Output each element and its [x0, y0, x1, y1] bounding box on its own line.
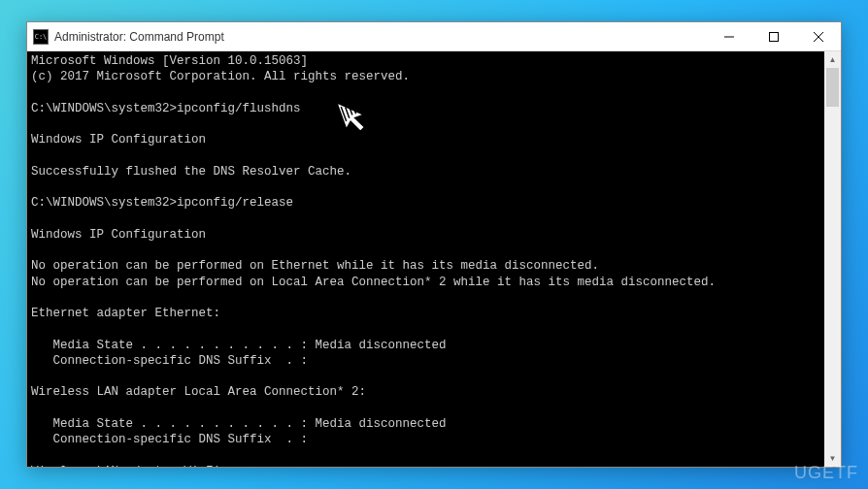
terminal-line: Media State . . . . . . . . . . . : Medi…: [31, 338, 837, 353]
maximize-button[interactable]: [751, 22, 796, 50]
terminal-line: [31, 447, 837, 463]
terminal-line: Connection-specific DNS Suffix . :: [31, 353, 837, 369]
terminal-line: [31, 116, 837, 132]
minimize-button[interactable]: [707, 22, 751, 50]
window-controls: [707, 22, 841, 50]
svg-rect-1: [770, 32, 779, 41]
close-button[interactable]: [796, 22, 841, 50]
terminal-line: No operation can be performed on Local A…: [31, 275, 837, 290]
terminal-line: Wireless LAN adapter Wi-Fi:: [31, 464, 837, 468]
scroll-up-arrow[interactable]: ▲: [824, 51, 841, 68]
scrollbar-track[interactable]: [824, 68, 841, 450]
terminal-line: [31, 401, 837, 416]
titlebar[interactable]: C:\ Administrator: Command Prompt: [27, 22, 841, 51]
terminal-line: [31, 290, 837, 306]
command-prompt-window: C:\ Administrator: Command Prompt Micros…: [26, 21, 842, 468]
terminal-line: C:\WINDOWS\system32>ipconfig/release: [31, 195, 837, 211]
terminal-line: No operation can be performed on Etherne…: [31, 258, 837, 274]
scrollbar[interactable]: ▲ ▼: [824, 51, 841, 467]
terminal-line: [31, 243, 837, 258]
terminal-line: Microsoft Windows [Version 10.0.15063]: [31, 53, 837, 69]
terminal-line: Windows IP Configuration: [31, 132, 837, 147]
terminal-line: C:\WINDOWS\system32>ipconfig/flushdns: [31, 101, 837, 116]
terminal-line: Windows IP Configuration: [31, 227, 837, 243]
terminal-output[interactable]: Microsoft Windows [Version 10.0.15063](c…: [27, 51, 841, 467]
scrollbar-thumb[interactable]: [826, 68, 839, 107]
terminal-line: [31, 369, 837, 384]
watermark: UGETF: [794, 463, 858, 483]
terminal-line: Connection-specific DNS Suffix . :: [31, 432, 837, 447]
terminal-line: Media State . . . . . . . . . . . : Medi…: [31, 416, 837, 432]
terminal-line: Successfully flushed the DNS Resolver Ca…: [31, 164, 837, 179]
terminal-line: (c) 2017 Microsoft Corporation. All righ…: [31, 69, 837, 84]
cmd-icon: C:\: [33, 29, 49, 45]
terminal-line: [31, 85, 837, 101]
terminal-line: Ethernet adapter Ethernet:: [31, 306, 837, 321]
terminal-line: [31, 321, 837, 337]
terminal-line: [31, 212, 837, 227]
terminal-line: [31, 148, 837, 164]
terminal-line: [31, 179, 837, 195]
terminal-line: Wireless LAN adapter Local Area Connecti…: [31, 384, 837, 400]
window-title: Administrator: Command Prompt: [54, 30, 707, 44]
